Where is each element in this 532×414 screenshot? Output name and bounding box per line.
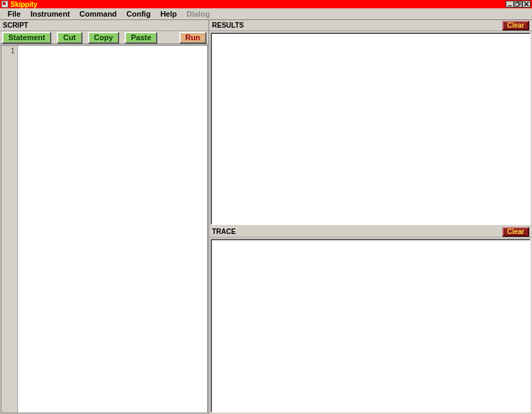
trace-clear-button[interactable]: Clear: [502, 227, 529, 237]
menu-command[interactable]: Command: [75, 9, 122, 19]
trace-panel-label: TRACE: [212, 228, 236, 235]
close-icon: [524, 1, 529, 7]
line-number-1: 1: [1, 47, 15, 55]
results-panel: RESULTS Clear: [209, 20, 532, 226]
script-panel-header: SCRIPT: [0, 20, 209, 31]
run-button[interactable]: Run: [179, 32, 206, 44]
menu-help[interactable]: Help: [155, 9, 181, 19]
trace-output[interactable]: [211, 239, 531, 413]
script-editor[interactable]: [18, 46, 207, 413]
title-bar: Skippity: [0, 0, 532, 8]
script-panel-label: SCRIPT: [3, 21, 28, 29]
script-editor-container: 1: [1, 45, 208, 413]
restore-icon: [515, 1, 521, 7]
close-button[interactable]: [522, 1, 531, 8]
minimize-button[interactable]: [506, 1, 514, 8]
main-area: SCRIPT Statement Cut Copy Paste Run 1 RE…: [0, 20, 532, 414]
results-panel-label: RESULTS: [212, 21, 244, 29]
paste-button[interactable]: Paste: [125, 32, 157, 44]
menu-dialog: Dialog: [181, 9, 215, 19]
results-output[interactable]: [211, 33, 531, 225]
results-panel-header: RESULTS Clear: [209, 20, 532, 31]
line-gutter: 1: [1, 46, 18, 413]
restore-button[interactable]: [514, 1, 522, 8]
svg-rect-2: [515, 3, 519, 6]
window-buttons: [506, 1, 531, 8]
menu-instrument[interactable]: Instrument: [26, 9, 75, 19]
statement-button[interactable]: Statement: [2, 32, 51, 44]
minimize-icon: [507, 1, 513, 7]
right-column: RESULTS Clear TRACE Clear: [209, 20, 532, 414]
copy-button[interactable]: Copy: [88, 32, 120, 44]
menu-file[interactable]: File: [3, 9, 26, 19]
app-title: Skippity: [10, 1, 506, 8]
results-clear-button[interactable]: Clear: [502, 21, 529, 30]
trace-panel: TRACE Clear: [209, 226, 532, 414]
script-toolbar: Statement Cut Copy Paste Run: [0, 31, 209, 44]
script-panel: SCRIPT Statement Cut Copy Paste Run 1: [0, 20, 209, 414]
menu-config[interactable]: Config: [122, 9, 156, 19]
menu-bar: File Instrument Command Config Help Dial…: [0, 8, 532, 20]
app-icon: [1, 1, 8, 8]
cut-button[interactable]: Cut: [57, 32, 82, 44]
svg-rect-0: [508, 6, 512, 6]
trace-panel-header: TRACE Clear: [209, 226, 532, 237]
